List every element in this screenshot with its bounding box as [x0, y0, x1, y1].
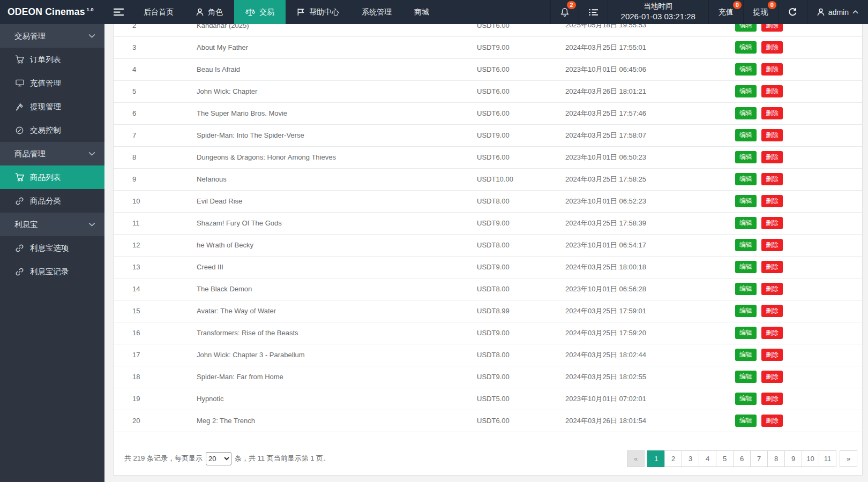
pagination-page-button[interactable]: 7 — [750, 450, 768, 467]
delete-button[interactable]: 删除 — [761, 151, 783, 163]
row-number: 20 — [114, 410, 197, 432]
nav-item[interactable]: 角色 — [185, 0, 234, 24]
page-size-select[interactable]: 20 — [206, 452, 231, 465]
sidebar-group[interactable]: 交易管理 — [0, 24, 104, 48]
movie-price: USDT9.00 — [477, 322, 565, 344]
user-menu[interactable]: admin — [807, 0, 868, 24]
edit-button[interactable]: 编辑 — [735, 41, 757, 54]
edit-button[interactable]: 编辑 — [735, 305, 757, 317]
delete-button[interactable]: 删除 — [761, 393, 783, 405]
delete-button[interactable]: 删除 — [761, 107, 783, 119]
sidebar-item[interactable]: 商品列表 — [0, 165, 104, 189]
edit-button[interactable]: 编辑 — [735, 63, 757, 76]
notifications-button[interactable]: 2 — [550, 0, 579, 24]
delete-button[interactable]: 删除 — [761, 195, 783, 207]
edit-button[interactable]: 编辑 — [735, 327, 757, 339]
created-time: 2024年03月25日 17:59:20 — [565, 322, 735, 344]
delete-button[interactable]: 删除 — [761, 305, 783, 317]
created-time: 2025年05月18日 19:55:53 — [565, 24, 735, 36]
refresh-button[interactable] — [778, 0, 807, 24]
sidebar-item[interactable]: 充值管理 — [0, 71, 104, 95]
sidebar-item[interactable]: 利息宝记录 — [0, 260, 104, 283]
movie-price: USDT6.00 — [477, 410, 565, 432]
row-actions: 编辑删除 — [735, 36, 862, 58]
pagination-page-button[interactable]: 11 — [819, 450, 836, 467]
movie-price: USDT8.00 — [477, 278, 565, 300]
pagination-page-button[interactable]: 3 — [682, 450, 699, 467]
delete-button[interactable]: 删除 — [761, 261, 783, 273]
delete-button[interactable]: 删除 — [761, 41, 783, 54]
delete-button[interactable]: 删除 — [761, 129, 783, 141]
delete-button[interactable]: 删除 — [761, 173, 783, 185]
withdraw-button[interactable]: 提现 0 — [743, 0, 778, 24]
delete-button[interactable]: 删除 — [761, 371, 783, 383]
nav-item-label: 后台首页 — [144, 7, 174, 17]
edit-button[interactable]: 编辑 — [735, 85, 757, 97]
pagination-page-button[interactable]: 9 — [784, 450, 802, 467]
sidebar-toggle-button[interactable] — [104, 0, 132, 24]
summary-suffix: 条，共 11 页当前显示第 1 页。 — [235, 454, 330, 463]
sidebar-item[interactable]: 提现管理 — [0, 95, 104, 118]
pagination-page-button[interactable]: 8 — [767, 450, 785, 467]
recharge-button[interactable]: 充值 0 — [708, 0, 743, 24]
pagination-next-button[interactable]: » — [840, 450, 857, 467]
row-number: 16 — [114, 322, 197, 344]
movie-price: USDT6.00 — [477, 146, 565, 168]
pagination-page-button[interactable]: 1 — [647, 450, 665, 467]
edit-button[interactable]: 编辑 — [735, 107, 757, 119]
table-row: 13Creed IIIUSDT9.002024年03月25日 18:00:18编… — [114, 256, 862, 278]
pagination-page-button[interactable]: 2 — [664, 450, 682, 467]
nav-item[interactable]: 系统管理 — [350, 0, 403, 24]
nav-item[interactable]: 交易 — [234, 0, 286, 24]
delete-button[interactable]: 删除 — [761, 415, 783, 427]
sidebar-group[interactable]: 商品管理 — [0, 142, 104, 165]
delete-button[interactable]: 删除 — [761, 217, 783, 229]
edit-button[interactable]: 编辑 — [735, 217, 757, 229]
created-time: 2024年03月25日 17:58:25 — [565, 168, 735, 190]
nav-item[interactable]: 帮助中心 — [286, 0, 350, 24]
sidebar-item-label: 提现管理 — [30, 102, 61, 112]
pagination-prev-button[interactable]: « — [627, 450, 645, 467]
table-row: 18Spider-Man: Far from HomeUSDT9.002024年… — [114, 366, 862, 388]
pagination-page-button[interactable]: 6 — [733, 450, 751, 467]
withdraw-badge: 0 — [768, 1, 776, 9]
sidebar-item[interactable]: 交易控制 — [0, 118, 104, 142]
delete-button[interactable]: 删除 — [761, 63, 783, 76]
sidebar-item[interactable]: 商品分类 — [0, 189, 104, 213]
edit-button[interactable]: 编辑 — [735, 371, 757, 383]
sidebar-item[interactable]: 利息宝选项 — [0, 236, 104, 260]
row-number: 8 — [114, 146, 197, 168]
delete-button[interactable]: 删除 — [761, 85, 783, 97]
row-number: 13 — [114, 256, 197, 278]
created-time: 2023年10月01日 06:45:06 — [565, 58, 735, 80]
row-number: 2 — [114, 24, 197, 36]
movie-title: Kandahar (2025) — [197, 24, 477, 36]
topnav: 后台首页角色交易帮助中心系统管理商城 — [132, 0, 440, 24]
edit-button[interactable]: 编辑 — [735, 283, 757, 295]
task-list-button[interactable] — [579, 0, 608, 24]
edit-button[interactable]: 编辑 — [735, 349, 757, 361]
edit-button[interactable]: 编辑 — [735, 151, 757, 163]
edit-button[interactable]: 编辑 — [735, 195, 757, 207]
sidebar-group[interactable]: 利息宝 — [0, 213, 104, 236]
pagination-page-button[interactable]: 5 — [716, 450, 734, 467]
movie-price: USDT6.00 — [477, 24, 565, 36]
delete-button[interactable]: 删除 — [761, 24, 783, 32]
row-number: 5 — [114, 80, 197, 102]
edit-button[interactable]: 编辑 — [735, 173, 757, 185]
edit-button[interactable]: 编辑 — [735, 239, 757, 251]
pagination-page-button[interactable]: 10 — [802, 450, 819, 467]
pagination-page-button[interactable]: 4 — [699, 450, 716, 467]
delete-button[interactable]: 删除 — [761, 349, 783, 361]
nav-item[interactable]: 商城 — [403, 0, 440, 24]
edit-button[interactable]: 编辑 — [735, 129, 757, 141]
nav-item[interactable]: 后台首页 — [132, 0, 185, 24]
delete-button[interactable]: 删除 — [761, 283, 783, 295]
delete-button[interactable]: 删除 — [761, 327, 783, 339]
delete-button[interactable]: 删除 — [761, 239, 783, 251]
edit-button[interactable]: 编辑 — [735, 261, 757, 273]
sidebar-item[interactable]: 订单列表 — [0, 48, 104, 71]
edit-button[interactable]: 编辑 — [735, 393, 757, 405]
edit-button[interactable]: 编辑 — [735, 24, 757, 32]
edit-button[interactable]: 编辑 — [735, 415, 757, 427]
